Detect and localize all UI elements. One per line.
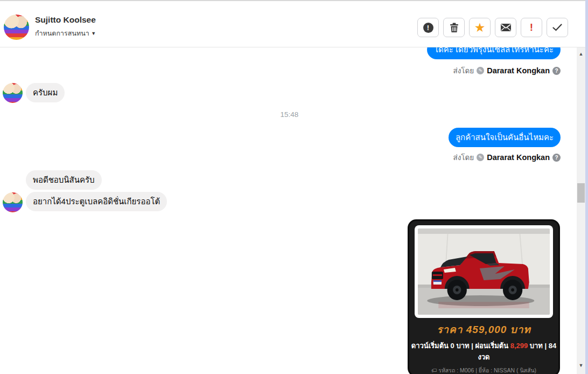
envelope-icon — [501, 24, 511, 31]
chat-window: ได้ค่ะ เดี๋ยวพรุ่งนี้เซลล์โทรหานะคะ Suji… — [0, 0, 588, 374]
check-icon — [552, 24, 562, 31]
agent-name: Dararat Kongkan — [487, 66, 550, 75]
star-icon: ★ — [474, 22, 486, 34]
price-line: ราคา 459,000 บาท — [409, 321, 558, 337]
message-text: พอดีชอบนิสันครับ — [33, 175, 95, 184]
car-meta-line: 🏷 รหัสรถ : M006 | ยี่ห้อ : NISSAN ( นิสส… — [409, 366, 558, 374]
message-text: อยากได้4ประตูเบลคอิดิชั่นเกียรออโต้ — [33, 197, 160, 206]
message-bubble-outgoing: ลูกค้าสนใจเป็นคันอื่นไหมคะ — [449, 128, 561, 147]
scroll-up-arrow-icon[interactable]: ▲ — [577, 50, 585, 58]
finance-line: ดาวน์เริ่มต้น 0 บาท | ผ่อนเริ่มต้น 8,299… — [409, 340, 558, 363]
conversation-header: Sujitto Koolsee กำหนดการสนทนา ▼ ! ★ — [0, 0, 588, 47]
chevron-down-icon: ▼ — [91, 31, 96, 36]
exclamation-circle-icon: ! — [423, 23, 433, 33]
car-meta-text: รหัสรถ : M006 | ยี่ห้อ : NISSAN ( นิสสัน… — [438, 367, 536, 373]
red-exclamation-icon: ! — [530, 22, 533, 33]
tag-icon: 🏷 — [431, 367, 437, 373]
sent-by-label: ส่งโดย — [453, 65, 474, 77]
mark-important-button[interactable]: ! — [521, 18, 542, 37]
scroll-down-arrow-icon[interactable]: ▼ — [577, 361, 585, 370]
message-bubble-incoming: ครับผม — [26, 83, 65, 102]
finance-prefix: ดาวน์เริ่มต้น 0 บาท | ผ่อนเริ่มต้น — [411, 342, 510, 350]
star-button[interactable]: ★ — [469, 18, 491, 37]
agent-name: Dararat Kongkan — [487, 153, 550, 162]
chat-scrollbar[interactable]: ▲ ▼ — [577, 47, 585, 374]
mark-done-button[interactable] — [547, 18, 568, 37]
header-actions: ! ★ — [417, 18, 568, 37]
mark-unread-button[interactable] — [495, 18, 516, 37]
sender-avatar[interactable] — [3, 83, 23, 103]
help-icon[interactable]: ? — [552, 154, 561, 162]
sent-by-label: ส่งโดย — [453, 151, 474, 163]
message-bubble-incoming: พอดีชอบนิสันครับ — [26, 170, 102, 190]
message-text: ลูกค้าสนใจเป็นคันอื่นไหมคะ — [456, 133, 554, 142]
car-card-text: ราคา 459,000 บาท ดาวน์เริ่มต้น 0 บาท | ผ… — [409, 321, 558, 374]
car-photo-frame — [415, 225, 553, 318]
schedule-conversation-label: กำหนดการสนทนา — [35, 30, 89, 37]
report-button[interactable]: ! — [417, 18, 439, 37]
sent-by-row: ส่งโดย ✎ Dararat Kongkan ? — [453, 151, 561, 163]
help-icon[interactable]: ? — [552, 67, 561, 75]
trash-icon — [450, 23, 459, 33]
contact-avatar[interactable] — [4, 15, 29, 40]
contact-name: Sujitto Koolsee — [35, 15, 96, 25]
sender-avatar[interactable] — [3, 192, 23, 212]
schedule-conversation-dropdown[interactable]: กำหนดการสนทนา ▼ — [35, 28, 96, 39]
car-photo — [418, 228, 550, 315]
car-listing-attachment[interactable]: ราคา 459,000 บาท ดาวน์เริ่มต้น 0 บาท | ผ… — [408, 219, 560, 374]
pencil-badge-icon: ✎ — [477, 154, 484, 161]
delete-button[interactable] — [443, 18, 465, 37]
scrollbar-thumb[interactable] — [577, 183, 585, 203]
pencil-badge-icon: ✎ — [477, 67, 484, 74]
time-divider: 15:48 — [0, 110, 579, 119]
message-bubble-incoming: อยากได้4ประตูเบลคอิดิชั่นเกียรออโต้ — [26, 192, 167, 211]
installment-amount: 8,299 — [510, 342, 528, 350]
sent-by-row: ส่งโดย ✎ Dararat Kongkan ? — [453, 65, 561, 77]
message-text: ครับผม — [33, 88, 58, 97]
window-edge — [585, 0, 588, 374]
